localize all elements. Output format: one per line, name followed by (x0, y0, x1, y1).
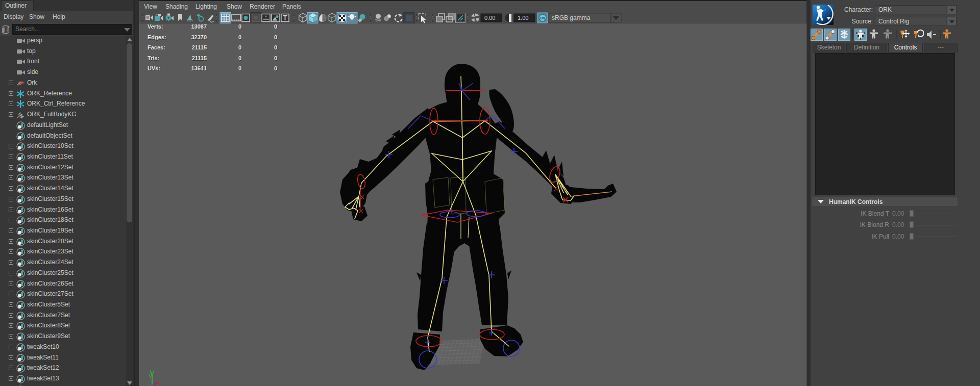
svg-text:y: y (149, 372, 152, 378)
